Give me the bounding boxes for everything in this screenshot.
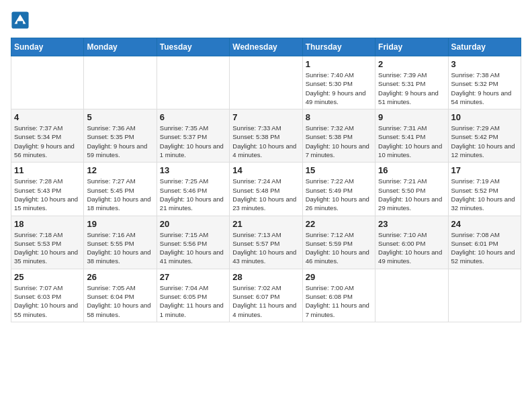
calendar-cell: 28Sunrise: 7:02 AM Sunset: 6:07 PM Dayli… [230,269,302,322]
calendar-cell: 13Sunrise: 7:25 AM Sunset: 5:46 PM Dayli… [157,163,229,216]
day-info: Sunrise: 7:08 AM Sunset: 6:01 PM Dayligh… [451,230,518,266]
day-info: Sunrise: 7:04 AM Sunset: 6:05 PM Dayligh… [160,283,226,319]
day-info: Sunrise: 7:25 AM Sunset: 5:46 PM Dayligh… [160,177,226,212]
day-info: Sunrise: 7:29 AM Sunset: 5:42 PM Dayligh… [451,124,518,159]
logo-icon [11,11,30,30]
day-number: 24 [451,219,518,229]
calendar-cell: 10Sunrise: 7:29 AM Sunset: 5:42 PM Dayli… [448,109,521,163]
day-number: 26 [87,272,153,282]
day-number: 27 [160,272,226,282]
calendar-week-row: 25Sunrise: 7:07 AM Sunset: 6:03 PM Dayli… [11,269,521,322]
day-info: Sunrise: 7:36 AM Sunset: 5:35 PM Dayligh… [87,124,153,159]
day-info: Sunrise: 7:16 AM Sunset: 5:55 PM Dayligh… [87,230,153,266]
day-number: 29 [306,272,372,282]
calendar-cell: 6Sunrise: 7:35 AM Sunset: 5:37 PM Daylig… [157,109,229,163]
day-number: 4 [14,112,81,122]
day-info: Sunrise: 7:27 AM Sunset: 5:45 PM Dayligh… [87,177,153,212]
calendar-cell: 2Sunrise: 7:39 AM Sunset: 5:31 PM Daylig… [375,56,448,109]
day-number: 13 [160,165,226,175]
calendar-cell: 3Sunrise: 7:38 AM Sunset: 5:32 PM Daylig… [448,56,521,109]
calendar-cell: 17Sunrise: 7:19 AM Sunset: 5:52 PM Dayli… [448,163,521,216]
day-info: Sunrise: 7:13 AM Sunset: 5:57 PM Dayligh… [232,230,299,266]
day-info: Sunrise: 7:07 AM Sunset: 6:03 PM Dayligh… [14,283,81,319]
calendar-cell: 21Sunrise: 7:13 AM Sunset: 5:57 PM Dayli… [230,216,302,269]
calendar-cell [375,269,448,322]
day-info: Sunrise: 7:19 AM Sunset: 5:52 PM Dayligh… [451,177,518,212]
calendar-week-row: 4Sunrise: 7:37 AM Sunset: 5:34 PM Daylig… [11,109,521,163]
day-info: Sunrise: 7:24 AM Sunset: 5:48 PM Dayligh… [232,177,299,212]
calendar-cell: 5Sunrise: 7:36 AM Sunset: 5:35 PM Daylig… [84,109,157,163]
calendar-cell: 25Sunrise: 7:07 AM Sunset: 6:03 PM Dayli… [11,269,84,322]
calendar-cell: 24Sunrise: 7:08 AM Sunset: 6:01 PM Dayli… [448,216,521,269]
calendar-cell: 22Sunrise: 7:12 AM Sunset: 5:59 PM Dayli… [302,216,375,269]
day-number: 17 [451,165,518,175]
calendar-cell: 4Sunrise: 7:37 AM Sunset: 5:34 PM Daylig… [11,109,84,163]
page-header [11,11,521,30]
day-info: Sunrise: 7:35 AM Sunset: 5:37 PM Dayligh… [160,124,226,159]
day-info: Sunrise: 7:31 AM Sunset: 5:41 PM Dayligh… [378,124,445,159]
day-number: 28 [232,272,299,282]
day-info: Sunrise: 7:05 AM Sunset: 6:04 PM Dayligh… [87,283,153,319]
calendar-cell [84,56,157,109]
day-info: Sunrise: 7:18 AM Sunset: 5:53 PM Dayligh… [14,230,81,266]
day-info: Sunrise: 7:39 AM Sunset: 5:31 PM Dayligh… [378,71,445,106]
day-info: Sunrise: 7:37 AM Sunset: 5:34 PM Dayligh… [14,124,81,159]
day-number: 9 [378,112,445,122]
day-number: 19 [87,219,153,229]
calendar-cell: 8Sunrise: 7:32 AM Sunset: 5:38 PM Daylig… [302,109,375,163]
day-info: Sunrise: 7:38 AM Sunset: 5:32 PM Dayligh… [451,71,518,106]
day-number: 20 [160,219,226,229]
day-number: 7 [232,112,299,122]
calendar-cell [11,56,84,109]
day-info: Sunrise: 7:02 AM Sunset: 6:07 PM Dayligh… [232,283,299,319]
day-number: 25 [14,272,81,282]
day-number: 1 [306,59,372,69]
day-number: 11 [14,165,81,175]
weekday-header: Thursday [302,38,375,56]
calendar-table: SundayMondayTuesdayWednesdayThursdayFrid… [11,38,521,322]
calendar-cell [448,269,521,322]
calendar-cell: 12Sunrise: 7:27 AM Sunset: 5:45 PM Dayli… [84,163,157,216]
calendar-cell: 27Sunrise: 7:04 AM Sunset: 6:05 PM Dayli… [157,269,229,322]
weekday-header: Monday [84,38,157,56]
day-number: 5 [87,112,153,122]
day-number: 22 [306,219,372,229]
calendar-cell: 23Sunrise: 7:10 AM Sunset: 6:00 PM Dayli… [375,216,448,269]
calendar-week-row: 18Sunrise: 7:18 AM Sunset: 5:53 PM Dayli… [11,216,521,269]
day-info: Sunrise: 7:22 AM Sunset: 5:49 PM Dayligh… [306,177,372,212]
day-info: Sunrise: 7:28 AM Sunset: 5:43 PM Dayligh… [14,177,81,212]
day-info: Sunrise: 7:33 AM Sunset: 5:38 PM Dayligh… [232,124,299,159]
weekday-header: Sunday [11,38,84,56]
svg-rect-2 [17,21,23,25]
day-number: 15 [306,165,372,175]
calendar-cell [230,56,302,109]
day-number: 2 [378,59,445,69]
day-number: 23 [378,219,445,229]
calendar-cell: 15Sunrise: 7:22 AM Sunset: 5:49 PM Dayli… [302,163,375,216]
weekday-header: Saturday [448,38,521,56]
calendar-cell: 9Sunrise: 7:31 AM Sunset: 5:41 PM Daylig… [375,109,448,163]
calendar-cell: 29Sunrise: 7:00 AM Sunset: 6:08 PM Dayli… [302,269,375,322]
calendar-cell: 19Sunrise: 7:16 AM Sunset: 5:55 PM Dayli… [84,216,157,269]
weekday-header: Friday [375,38,448,56]
calendar-cell [157,56,229,109]
day-number: 6 [160,112,226,122]
day-number: 10 [451,112,518,122]
calendar-week-row: 1Sunrise: 7:40 AM Sunset: 5:30 PM Daylig… [11,56,521,109]
day-info: Sunrise: 7:10 AM Sunset: 6:00 PM Dayligh… [378,230,445,266]
day-info: Sunrise: 7:15 AM Sunset: 5:56 PM Dayligh… [160,230,226,266]
calendar-cell: 18Sunrise: 7:18 AM Sunset: 5:53 PM Dayli… [11,216,84,269]
day-number: 18 [14,219,81,229]
calendar-header-row: SundayMondayTuesdayWednesdayThursdayFrid… [11,38,521,56]
calendar-cell: 1Sunrise: 7:40 AM Sunset: 5:30 PM Daylig… [302,56,375,109]
day-number: 21 [232,219,299,229]
day-number: 16 [378,165,445,175]
day-number: 12 [87,165,153,175]
day-info: Sunrise: 7:32 AM Sunset: 5:38 PM Dayligh… [306,124,372,159]
day-info: Sunrise: 7:00 AM Sunset: 6:08 PM Dayligh… [306,283,372,319]
calendar-week-row: 11Sunrise: 7:28 AM Sunset: 5:43 PM Dayli… [11,163,521,216]
day-info: Sunrise: 7:40 AM Sunset: 5:30 PM Dayligh… [306,71,372,106]
weekday-header: Tuesday [157,38,229,56]
calendar-cell: 7Sunrise: 7:33 AM Sunset: 5:38 PM Daylig… [230,109,302,163]
logo [11,11,32,30]
